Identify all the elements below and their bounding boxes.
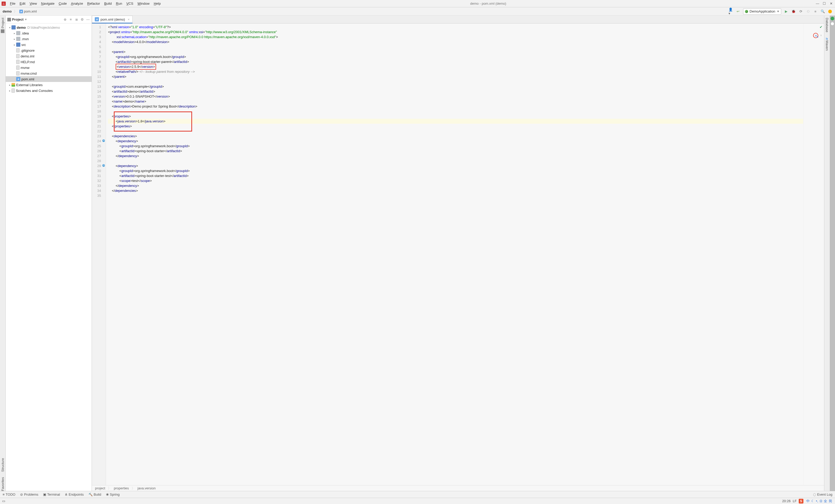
- maven-file-icon: m: [95, 17, 99, 21]
- coverage-button[interactable]: ⟳: [798, 9, 803, 14]
- run-config-label: DemoApplication: [750, 9, 775, 13]
- breadcrumb-root[interactable]: demo: [3, 9, 12, 13]
- tree-node[interactable]: ▸mpom.xml: [6, 76, 91, 82]
- profile-button[interactable]: ⏲: [806, 9, 811, 14]
- hide-icon[interactable]: —: [86, 18, 90, 22]
- breadcrumb-file[interactable]: pom.xml: [24, 9, 37, 13]
- menu-help[interactable]: Help: [152, 2, 163, 5]
- tree-node[interactable]: ▸.mvn: [6, 36, 91, 42]
- tray-glyph[interactable]: ☾: [811, 499, 814, 503]
- maven-reload-icon[interactable]: m: [813, 33, 818, 38]
- file-icon: [12, 88, 15, 93]
- search-icon[interactable]: 🔍: [820, 9, 825, 14]
- tree-node-label: HELP.md: [21, 60, 35, 64]
- quick-access-icon[interactable]: ▭: [2, 499, 5, 503]
- tree-node[interactable]: ▸HELP.md: [6, 59, 91, 65]
- ime-icon[interactable]: S: [799, 499, 803, 503]
- menu-window[interactable]: Window: [136, 2, 152, 5]
- maven-tool-tab[interactable]: mMaven: [825, 38, 829, 51]
- maximize-icon[interactable]: ☐: [822, 2, 826, 5]
- project-panel-title: Project: [12, 18, 23, 21]
- favorites-tool-tab[interactable]: Favorites: [1, 477, 5, 491]
- menu-analyze[interactable]: Analyze: [69, 2, 85, 5]
- tree-node[interactable]: ▸mvnw.cmd: [6, 70, 91, 76]
- menu-navigate[interactable]: Navigate: [39, 2, 56, 5]
- tool-spring[interactable]: ❀Spring: [106, 492, 120, 497]
- editor-tab-pom[interactable]: m pom.xml (demo) ×: [92, 16, 133, 23]
- expand-all-icon[interactable]: ≡: [69, 18, 73, 22]
- tray-glyph[interactable]: 简: [829, 499, 832, 503]
- tree-node[interactable]: ▸mvnw: [6, 65, 91, 70]
- line-gutter[interactable]: 1234567891011121314151617181920212223242…: [92, 23, 106, 485]
- menu-build[interactable]: Build: [102, 2, 114, 5]
- file-icon: [16, 71, 20, 76]
- breadcrumb[interactable]: demo 〉 m pom.xml: [3, 9, 37, 14]
- file-icon: [16, 60, 20, 64]
- editor-breadcrumb-item[interactable]: java.version: [138, 486, 156, 490]
- tree-node[interactable]: ▸Scratches and Consoles: [6, 88, 91, 94]
- event-log-button[interactable]: ◌Event Log: [813, 492, 832, 497]
- tree-node[interactable]: ▸.idea: [6, 30, 91, 36]
- close-icon[interactable]: ✕: [829, 2, 833, 5]
- menu-refactor[interactable]: Refactor: [85, 2, 102, 5]
- menu-code[interactable]: Code: [57, 2, 69, 5]
- project-tool-tab[interactable]: Project: [1, 18, 5, 33]
- structure-tool-tab[interactable]: Structure: [1, 458, 5, 472]
- chevron-down-icon[interactable]: ▼: [24, 18, 27, 21]
- tree-node[interactable]: ▸.gitignore: [6, 47, 91, 53]
- caret-position[interactable]: 20:26: [782, 499, 791, 503]
- debug-button[interactable]: 🐞: [791, 9, 796, 14]
- lib-icon: [12, 83, 15, 87]
- file-icon: [16, 54, 20, 58]
- maven-icon: m: [825, 38, 829, 40]
- database-tool-tab[interactable]: Database: [825, 18, 829, 32]
- close-hint-icon[interactable]: ×: [820, 34, 822, 37]
- menu-vcs[interactable]: VCS: [124, 2, 136, 5]
- tree-node-label: src: [21, 43, 26, 47]
- user-icon[interactable]: 👤▾: [729, 9, 733, 14]
- tree-node[interactable]: ▸demo.iml: [6, 53, 91, 59]
- menu-run[interactable]: Run: [114, 2, 124, 5]
- editor-breadcrumb-item[interactable]: project: [95, 486, 105, 490]
- settings-icon[interactable]: ⚙: [80, 18, 84, 22]
- code-editor[interactable]: <?xml version="1.0" encoding="UTF-8"?><p…: [106, 23, 803, 485]
- menu-view[interactable]: View: [27, 2, 39, 5]
- minimize-icon[interactable]: —: [816, 2, 819, 5]
- tool-problems[interactable]: ⊘Problems: [20, 492, 38, 497]
- tool-endpoints[interactable]: ⋔Endpoints: [65, 492, 84, 497]
- project-tree[interactable]: ▾demoD:\IdeaProjects\demo▸.idea▸.mvn▸src…: [6, 23, 91, 491]
- folder-icon: [16, 37, 20, 41]
- tool-todo[interactable]: ≡TODO: [3, 492, 15, 497]
- tree-node-label: demo: [17, 25, 26, 29]
- tree-node[interactable]: ▸External Libraries: [6, 82, 91, 88]
- folder-blue-icon: [16, 43, 20, 47]
- inspection-gutter[interactable]: ✔ m ×: [803, 23, 824, 485]
- tree-node[interactable]: ▸src: [6, 42, 91, 47]
- stop-button[interactable]: ■: [813, 9, 818, 14]
- tray-glyph[interactable]: Ω: [820, 499, 822, 503]
- collapse-all-icon[interactable]: ≣: [75, 18, 79, 22]
- locate-icon[interactable]: ⊕: [63, 18, 67, 22]
- editor-breadcrumb[interactable]: project〉properties〉java.version: [92, 485, 824, 491]
- tool-terminal[interactable]: ▣Terminal: [43, 492, 60, 497]
- spring-icon: [745, 10, 748, 13]
- run-button[interactable]: ▶: [784, 9, 789, 14]
- run-configuration-selector[interactable]: DemoApplication ▼: [743, 8, 781, 15]
- ide-update-icon[interactable]: [828, 9, 832, 14]
- back-icon[interactable]: ↩: [736, 9, 740, 14]
- gutter-nav-icon[interactable]: [102, 164, 105, 167]
- file-icon: [16, 65, 20, 70]
- line-ending[interactable]: LF: [793, 499, 797, 503]
- menu-file[interactable]: File: [8, 2, 18, 5]
- tray-glyph[interactable]: •,: [816, 499, 818, 503]
- tree-node[interactable]: ▾demoD:\IdeaProjects\demo: [6, 24, 91, 30]
- os-indicator-icon: [831, 17, 834, 20]
- editor-breadcrumb-item[interactable]: properties: [114, 486, 129, 490]
- gutter-nav-icon[interactable]: [102, 139, 105, 142]
- close-tab-icon[interactable]: ×: [128, 18, 130, 21]
- tray-glyph[interactable]: 全: [824, 499, 827, 503]
- menu-edit[interactable]: Edit: [18, 2, 27, 5]
- tray-glyph[interactable]: 中: [806, 499, 810, 503]
- file-icon: [16, 48, 20, 53]
- tool-build[interactable]: 🔨Build: [88, 492, 101, 497]
